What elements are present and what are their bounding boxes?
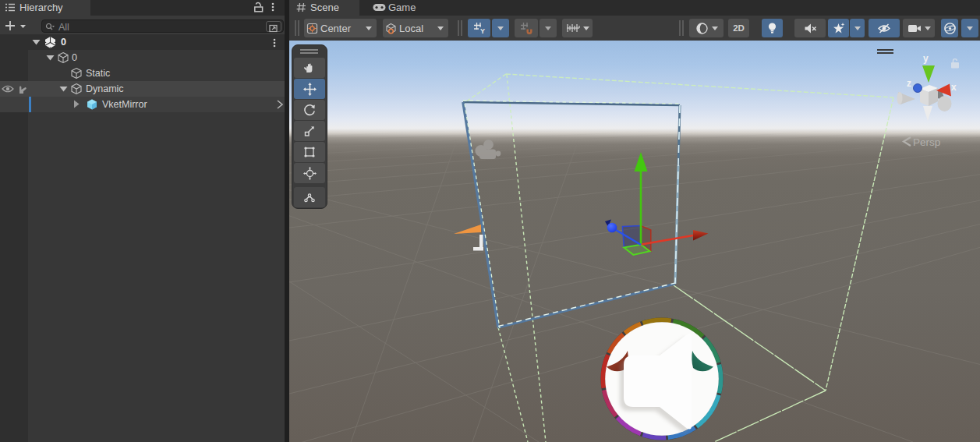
svg-text:x: x [951,82,957,93]
svg-text:Persp: Persp [913,136,940,148]
svg-text:y: y [923,53,929,64]
svg-text:z: z [907,78,911,89]
svg-text:Y: Y [480,27,485,34]
